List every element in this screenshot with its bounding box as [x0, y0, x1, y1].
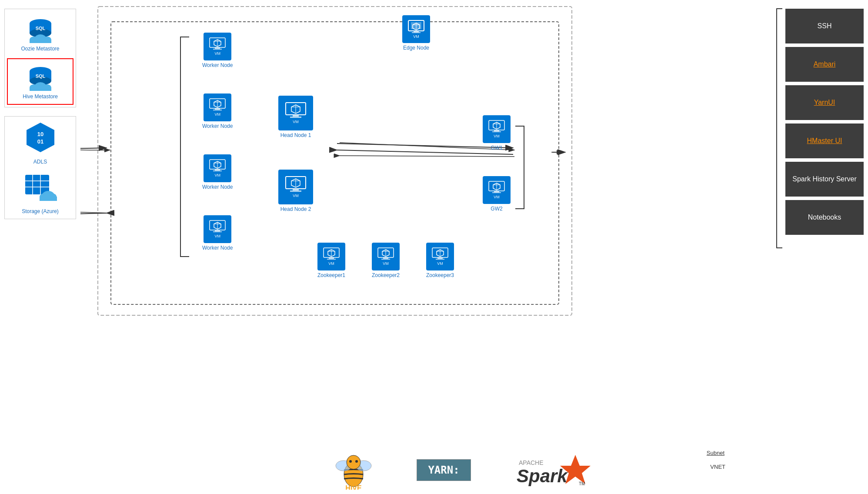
storage-azure-label: Storage (Azure)	[22, 208, 59, 214]
zk3-vm-text: VM	[437, 261, 443, 266]
zookeeper1-node: VM Zookeeper1	[317, 243, 345, 278]
gw2-icon: VM	[483, 176, 511, 204]
svg-line-38	[340, 156, 514, 157]
gw1-label: GW1	[491, 145, 502, 151]
gw2-node: VM GW2	[483, 176, 511, 212]
spark-history-label: Spark History Server	[792, 175, 857, 183]
svg-rect-45	[414, 31, 419, 32]
gw1-vm-text: VM	[494, 134, 500, 138]
svg-rect-82	[290, 190, 301, 192]
zk2-monitor	[377, 247, 394, 260]
hive-metastore-label: Hive Metastore	[23, 93, 58, 100]
notebooks-button[interactable]: Notebooks	[785, 200, 864, 235]
svg-rect-81	[293, 189, 299, 190]
svg-rect-27	[40, 197, 57, 201]
svg-text:HIVE: HIVE	[346, 484, 362, 490]
gw2-label: GW2	[491, 206, 502, 212]
zk1-monitor	[323, 247, 340, 260]
worker-1-vm-text: VM	[214, 51, 220, 56]
svg-rect-100	[327, 259, 336, 260]
yarnui-label: YarnUI	[814, 99, 835, 107]
hive-bee-icon: HIVE	[334, 451, 373, 490]
head-node-2: VM Head Node 2	[278, 170, 313, 212]
notebooks-label: Notebooks	[808, 214, 841, 221]
svg-rect-87	[494, 130, 499, 131]
oozie-metastore-icon: SQL	[25, 16, 56, 44]
svg-text:APACHE: APACHE	[519, 459, 544, 466]
svg-rect-106	[381, 259, 390, 260]
zk3-monitor	[432, 247, 448, 260]
head-node-1: VM Head Node 1	[278, 96, 313, 138]
svg-rect-94	[492, 192, 501, 193]
storage-group-box: 10 01 ADLS Storage (Azure)	[4, 116, 76, 219]
spark-logo-svg: APACHE Spark TM	[514, 453, 593, 487]
svg-rect-63	[215, 169, 220, 170]
svg-rect-7	[30, 40, 51, 43]
head-node-1-icon: VM	[278, 96, 313, 130]
svg-point-119	[355, 460, 358, 463]
head-1-vm-text: VM	[293, 120, 299, 124]
svg-rect-52	[213, 49, 222, 50]
worker-node-4: VM Worker Node	[202, 215, 233, 251]
hive-metastore-box: SQL Hive Metastore	[7, 58, 73, 105]
svg-rect-70	[213, 231, 222, 232]
svg-rect-88	[492, 131, 501, 132]
worker-node-4-icon: VM	[204, 215, 231, 243]
svg-rect-58	[213, 110, 222, 110]
worker-1-label: Worker Node	[202, 62, 233, 68]
gw2-vm-text: VM	[494, 195, 500, 199]
yarnui-button[interactable]: YarnUI	[785, 85, 864, 120]
svg-text:SQL: SQL	[35, 73, 45, 79]
zk3-icon: VM	[426, 243, 454, 270]
svg-marker-16	[27, 123, 54, 152]
svg-rect-51	[215, 47, 220, 49]
adls-icon: 10 01	[23, 121, 58, 154]
spark-history-button[interactable]: Spark History Server	[785, 162, 864, 197]
hive-metastore-icon: SQL	[25, 63, 56, 92]
center-diagram: VM Edge Node VM Worker Node	[80, 0, 781, 494]
svg-rect-69	[215, 230, 220, 231]
worker-4-vm-text: VM	[214, 234, 220, 238]
edge-node-label: Edge Node	[403, 45, 429, 51]
head-2-monitor	[285, 176, 306, 193]
head-1-monitor	[285, 102, 306, 119]
svg-rect-64	[213, 170, 222, 171]
worker-3-vm-text: VM	[214, 173, 220, 177]
worker-3-monitor	[209, 159, 226, 172]
oozie-metastore-box: SQL Oozie Metastore	[7, 11, 73, 56]
edge-node: VM Edge Node	[402, 15, 430, 51]
worker-node-3: VM Worker Node	[202, 154, 233, 190]
main-container: SQL Oozie Metastore SQL	[0, 0, 868, 494]
yarn-text: YARN:	[428, 464, 459, 476]
gw2-monitor	[488, 181, 505, 194]
svg-text:SQL: SQL	[35, 26, 45, 31]
svg-rect-75	[293, 115, 299, 117]
svg-rect-57	[215, 108, 220, 110]
svg-text:10: 10	[37, 131, 43, 137]
worker-3-label: Worker Node	[202, 184, 233, 190]
head-2-vm-text: VM	[293, 194, 299, 198]
ssh-button[interactable]: SSH	[785, 9, 864, 43]
spark-logo: APACHE Spark TM	[514, 453, 593, 487]
svg-rect-15	[30, 87, 51, 91]
svg-text:Spark: Spark	[517, 466, 568, 486]
ambari-label: Ambari	[814, 60, 836, 68]
worker-1-monitor	[209, 37, 226, 50]
right-bracket	[775, 4, 783, 490]
svg-rect-111	[437, 257, 443, 259]
worker-node-1: VM Worker Node	[202, 33, 233, 68]
zk1-vm-text: VM	[328, 261, 334, 266]
hmaster-button[interactable]: HMaster UI	[785, 124, 864, 158]
svg-rect-76	[290, 117, 301, 118]
azure-storage-icon	[23, 173, 58, 203]
svg-text:01: 01	[37, 138, 43, 145]
head-node-2-icon: VM	[278, 170, 313, 204]
left-panel: SQL Oozie Metastore SQL	[0, 0, 80, 494]
ssh-label: SSH	[818, 22, 832, 30]
worker-2-monitor	[209, 98, 226, 111]
ambari-button[interactable]: Ambari	[785, 47, 864, 82]
hive-logo: HIVE	[334, 451, 373, 490]
head-2-label: Head Node 2	[280, 206, 311, 212]
edge-node-monitor	[407, 20, 425, 33]
gw1-node: VM GW1	[483, 115, 511, 151]
